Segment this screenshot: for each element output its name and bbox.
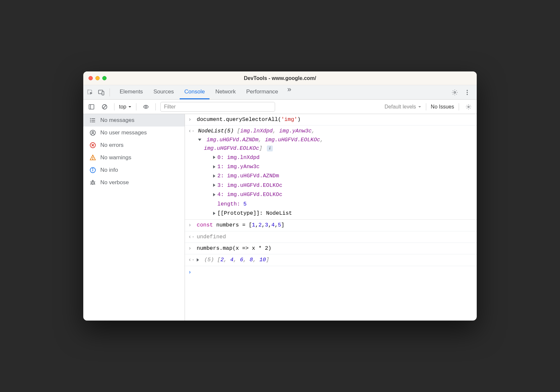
tab-console[interactable]: Console xyxy=(180,85,209,99)
svg-point-5 xyxy=(467,92,468,93)
output-chevron-icon: ‹· xyxy=(188,256,197,264)
tab-network[interactable]: Network xyxy=(211,85,240,99)
console-input-row[interactable]: › numbers.map(x => x * 2) xyxy=(185,243,477,254)
svg-point-20 xyxy=(92,131,94,133)
console-output-row: ‹· undefined xyxy=(185,231,477,243)
expand-toggle-icon[interactable] xyxy=(198,139,201,141)
sidebar-item-verbose[interactable]: No verbose xyxy=(83,176,185,189)
main-tabbar: Elements Sources Console Network Perform… xyxy=(83,85,477,100)
prompt-chevron-icon: › xyxy=(188,268,197,277)
svg-point-28 xyxy=(92,168,93,169)
svg-point-11 xyxy=(145,106,147,108)
svg-line-31 xyxy=(90,182,91,182)
sidebar-item-info[interactable]: No info xyxy=(83,164,185,176)
console-settings-icon[interactable] xyxy=(464,102,473,112)
sidebar-label: No info xyxy=(100,167,118,173)
console-output-row[interactable]: ‹· NodeList(5) [img.lnXdpd, img.yAnw3c, … xyxy=(185,126,477,220)
close-window-button[interactable] xyxy=(89,76,93,80)
nodelist-item[interactable]: 1: img.yAnw3c xyxy=(213,162,473,171)
bug-icon xyxy=(89,179,96,186)
sidebar-item-errors[interactable]: No errors xyxy=(83,139,185,151)
console-output-row[interactable]: ‹· (5) [2, 4, 6, 8, 10] xyxy=(185,254,477,266)
svg-point-12 xyxy=(468,106,470,108)
live-expression-icon[interactable] xyxy=(141,102,151,112)
nodelist-length: length: 5 xyxy=(213,200,473,209)
input-chevron-icon: › xyxy=(188,244,197,253)
nodelist-item[interactable]: 4: img.uHGFVd.EOLKOc xyxy=(213,190,473,199)
input-chevron-icon: › xyxy=(188,221,197,229)
svg-point-3 xyxy=(454,91,456,93)
warning-icon xyxy=(89,154,96,161)
list-icon xyxy=(89,117,96,124)
console-input-row[interactable]: › const numbers = [1,2,3,4,5] xyxy=(185,220,477,231)
svg-line-10 xyxy=(103,105,106,108)
window-title: DevTools - www.google.com/ xyxy=(83,75,477,81)
nodelist-item[interactable]: 3: img.uHGFVd.EOLKOc xyxy=(213,181,473,190)
console-prompt[interactable]: › xyxy=(185,266,477,279)
sidebar-label: No messages xyxy=(100,117,134,124)
nodelist-preview-item: img.uHGFVd.AZNDm xyxy=(207,137,258,143)
svg-rect-7 xyxy=(89,105,94,109)
tab-elements[interactable]: Elements xyxy=(115,85,148,99)
svg-line-34 xyxy=(94,182,95,182)
filter-input[interactable] xyxy=(160,102,275,112)
command-text: document.querySelectorAll('img') xyxy=(197,115,473,124)
execution-context-select[interactable]: top xyxy=(119,104,131,110)
toggle-sidebar-icon[interactable] xyxy=(87,102,96,112)
output-chevron-icon: ‹· xyxy=(188,233,197,241)
svg-point-4 xyxy=(467,90,468,91)
sidebar-item-user-messages[interactable]: No user messages xyxy=(83,127,185,139)
sidebar-label: No user messages xyxy=(100,129,147,136)
svg-point-18 xyxy=(90,122,91,122)
info-icon xyxy=(89,167,96,174)
console-input-row[interactable]: › document.querySelectorAll('img') xyxy=(185,114,477,126)
sidebar-label: No verbose xyxy=(100,179,129,186)
console-sidebar: No messages No user messages No errors xyxy=(83,114,185,321)
svg-point-16 xyxy=(90,119,91,119)
tab-performance[interactable]: Performance xyxy=(242,85,283,99)
window-controls xyxy=(83,76,107,80)
array-count: (5) xyxy=(204,257,214,263)
error-icon xyxy=(89,142,96,149)
devtools-window: DevTools - www.google.com/ Elements Sour… xyxy=(83,71,477,321)
user-icon xyxy=(89,129,96,136)
nodelist-prototype[interactable]: [[Prototype]]: NodeList xyxy=(213,209,473,218)
undefined-result: undefined xyxy=(197,233,473,241)
more-options-icon[interactable] xyxy=(462,88,472,97)
svg-point-25 xyxy=(92,159,93,160)
minimize-window-button[interactable] xyxy=(95,76,100,80)
sidebar-label: No warnings xyxy=(100,154,131,161)
command-text: const numbers = [1,2,3,4,5] xyxy=(197,221,473,229)
sidebar-item-messages[interactable]: No messages xyxy=(83,114,185,127)
info-badge-icon[interactable]: i xyxy=(267,146,273,151)
nodelist-item[interactable]: 2: img.uHGFVd.AZNDm xyxy=(213,171,473,181)
svg-rect-2 xyxy=(102,91,104,95)
titlebar: DevTools - www.google.com/ xyxy=(83,71,477,85)
console-output: › document.querySelectorAll('img') ‹· No… xyxy=(185,114,477,321)
context-label: top xyxy=(119,104,126,110)
separator xyxy=(110,88,110,96)
panel-tabs: Elements Sources Console Network Perform… xyxy=(115,85,295,99)
device-toolbar-icon[interactable] xyxy=(96,88,106,97)
tab-sources[interactable]: Sources xyxy=(149,85,178,99)
expand-toggle-icon[interactable] xyxy=(197,258,199,262)
svg-line-33 xyxy=(90,184,91,185)
sidebar-label: No errors xyxy=(100,142,124,148)
nodelist-summary[interactable]: NodeList(5) [img.lnXdpd, img.yAnw3c, xyxy=(197,127,473,135)
clear-console-icon[interactable] xyxy=(100,102,110,112)
zoom-window-button[interactable] xyxy=(102,76,107,80)
log-levels-select[interactable]: Default levels xyxy=(385,104,421,110)
nodelist-preview-item: img.uHGFVd.EOLKOc xyxy=(204,145,259,151)
input-chevron-icon: › xyxy=(188,115,197,124)
output-chevron-icon: ‹· xyxy=(188,127,197,218)
nodelist-item[interactable]: 0: img.lnXdpd xyxy=(213,153,473,162)
inspect-element-icon[interactable] xyxy=(85,88,95,97)
issues-counter[interactable]: No Issues xyxy=(431,104,454,110)
console-toolbar: top Default levels No Issues xyxy=(83,100,477,114)
settings-icon[interactable] xyxy=(450,88,460,97)
tabs-overflow-button[interactable]: » xyxy=(284,85,294,99)
svg-line-36 xyxy=(94,184,95,185)
levels-label: Default levels xyxy=(385,104,416,110)
sidebar-item-warnings[interactable]: No warnings xyxy=(83,151,185,164)
command-text: numbers.map(x => x * 2) xyxy=(197,244,473,253)
